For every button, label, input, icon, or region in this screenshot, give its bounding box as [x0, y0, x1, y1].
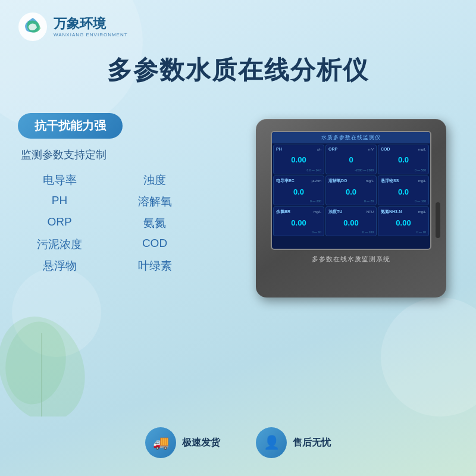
- cell-orp-param: ORP: [328, 147, 337, 151]
- cell-cod-unit: mg/L: [418, 148, 426, 151]
- feature-8: 悬浮物: [18, 258, 101, 274]
- cell-ec-range: 0 — 200: [276, 199, 321, 203]
- feature-2: PH: [18, 194, 101, 209]
- cell-tu-value: 0.00: [328, 218, 374, 227]
- feature-6: 污泥浓度: [18, 237, 101, 252]
- cell-cod: COD mg/L 0.0 0 — 500: [378, 145, 429, 174]
- cell-br-unit: mg/L: [314, 210, 321, 214]
- screen-title: 水质多参数在线监测仪: [272, 132, 430, 143]
- leaf-decoration: [0, 298, 95, 416]
- feature-3: 溶解氧: [113, 194, 196, 209]
- device-label: 多参数在线水质监测系统: [312, 255, 390, 264]
- cell-ss-range: 0 — 100: [381, 199, 426, 203]
- cell-ec-value: 0.0: [276, 187, 321, 196]
- device-screen: 水质多参数在线监测仪 PH ph 0.00 0.0 — 14.0 ORP mV: [271, 131, 431, 250]
- brand-name-en: WANXIANG ENVIRONMENT: [54, 32, 128, 37]
- cell-br-value: 0.00: [276, 218, 321, 227]
- cell-tu: 浊度TU NTU 0.00 0 — 100: [325, 206, 377, 236]
- cell-nh3-param: 氨氮NH3-N: [381, 209, 402, 215]
- cell-nh3-unit: mg/L: [418, 210, 426, 214]
- feature-5: 氨氮: [113, 215, 196, 231]
- cell-ss-value: 0.0: [381, 187, 426, 196]
- cell-orp: ORP mV 0 -2000 — 2000: [325, 145, 377, 174]
- device-box: 水质多参数在线监测仪 PH ph 0.00 0.0 — 14.0 ORP mV: [256, 119, 446, 298]
- device-cable: [436, 202, 440, 238]
- screen-grid: PH ph 0.00 0.0 — 14.0 ORP mV 0 -2000 — 2…: [272, 143, 430, 237]
- header: 万象环境 WANXIANG ENVIRONMENT: [18, 12, 128, 42]
- cell-do-value: 0.0: [328, 187, 374, 196]
- cell-ec-unit: μu/cm: [312, 179, 321, 183]
- main-title: 多参数水质在线分析仪: [0, 54, 476, 87]
- feature-4: ORP: [18, 215, 101, 231]
- logo-text: 万象环境 WANXIANG ENVIRONMENT: [54, 16, 128, 37]
- cell-tu-param: 浊度TU: [328, 209, 342, 215]
- bottom-item-delivery: 🚚 极速发货: [145, 427, 220, 458]
- cell-ec-param: 电导率EC: [276, 178, 295, 184]
- cell-cod-param: COD: [381, 147, 390, 151]
- service-icon: 👤: [256, 427, 287, 458]
- cell-orp-value: 0: [328, 155, 374, 164]
- cell-ph: PH ph 0.00 0.0 — 14.0: [273, 145, 324, 174]
- cell-ss-unit: mg/L: [418, 179, 426, 183]
- feature-1: 浊度: [113, 173, 196, 188]
- cell-br-range: 0 — 10: [276, 230, 321, 234]
- cell-tu-unit: NTU: [367, 210, 374, 214]
- cell-do: 溶解氧DO mg/L 0.0 0 — 20: [325, 176, 377, 205]
- cell-nh3-value: 0.00: [381, 218, 426, 227]
- cell-br-param: 余氯BR: [276, 209, 290, 215]
- cell-orp-unit: mV: [368, 148, 374, 151]
- service-label: 售后无忧: [293, 437, 331, 449]
- cell-orp-range: -2000 — 2000: [328, 168, 374, 172]
- cell-do-range: 0 — 20: [328, 199, 374, 203]
- cell-ph-value: 0.00: [276, 155, 321, 164]
- subtitle: 监测参数支持定制: [18, 148, 196, 162]
- left-panel: 抗干扰能力强 监测参数支持定制 电导率 浊度 PH 溶解氧 ORP 氨氮 污泥浓…: [18, 113, 196, 274]
- delivery-label: 极速发货: [182, 437, 220, 449]
- cell-nh3: 氨氮NH3-N mg/L 0.00 0 — 10: [378, 206, 429, 236]
- service-icon-emoji: 👤: [264, 435, 280, 450]
- cell-do-param: 溶解氧DO: [328, 178, 347, 184]
- cell-nh3-range: 0 — 10: [381, 230, 426, 234]
- cell-do-unit: mg/L: [366, 179, 374, 183]
- brand-name-cn: 万象环境: [54, 16, 128, 32]
- feature-0: 电导率: [18, 173, 101, 188]
- feature-9: 叶绿素: [113, 258, 196, 274]
- device-container: 水质多参数在线监测仪 PH ph 0.00 0.0 — 14.0 ORP mV: [256, 119, 458, 321]
- cell-ss: 悬浮物SS mg/L 0.0 0 — 100: [378, 176, 429, 205]
- cell-tu-range: 0 — 100: [328, 230, 374, 234]
- bottom-bar: 🚚 极速发货 👤 售后无忧: [18, 427, 458, 458]
- badge-pill: 抗干扰能力强: [18, 113, 123, 139]
- cell-cod-range: 0 — 500: [381, 168, 426, 172]
- cell-cod-value: 0.0: [381, 155, 426, 164]
- logo-icon: [18, 12, 48, 42]
- cell-ss-param: 悬浮物SS: [381, 178, 399, 184]
- delivery-icon-emoji: 🚚: [153, 435, 169, 450]
- features-grid: 电导率 浊度 PH 溶解氧 ORP 氨氮 污泥浓度 COD 悬浮物 叶绿素: [18, 173, 196, 274]
- cell-ph-range: 0.0 — 14.0: [276, 168, 321, 172]
- cell-br: 余氯BR mg/L 0.00 0 — 10: [273, 206, 324, 236]
- cell-ph-param: PH: [276, 147, 282, 151]
- delivery-icon: 🚚: [145, 427, 176, 458]
- bottom-item-service: 👤 售后无忧: [256, 427, 331, 458]
- cell-ph-unit: ph: [317, 148, 321, 151]
- feature-7: COD: [113, 237, 196, 252]
- cell-ec: 电导率EC μu/cm 0.0 0 — 200: [273, 176, 324, 205]
